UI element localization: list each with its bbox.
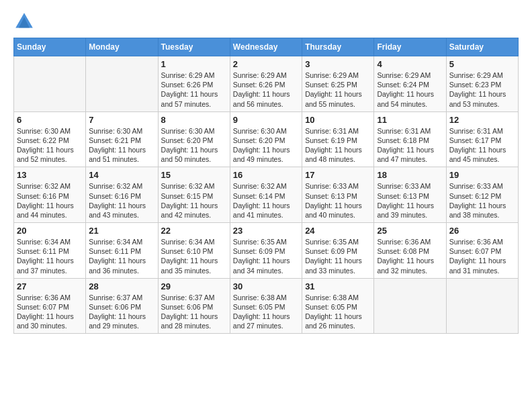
sunrise-text: Sunrise: 6:31 AM xyxy=(449,127,503,135)
sunrise-text: Sunrise: 6:32 AM xyxy=(161,182,215,190)
header-row: Sunday Monday Tuesday Wednesday Thursday… xyxy=(14,38,519,56)
day-number: 26 xyxy=(449,226,515,236)
daylight-text: Daylight: 11 hours and 38 minutes. xyxy=(449,201,506,219)
daylight-text: Daylight: 11 hours and 32 minutes. xyxy=(377,257,434,274)
sunrise-text: Sunrise: 6:29 AM xyxy=(305,71,359,79)
calendar-cell: 23Sunrise: 6:35 AMSunset: 6:09 PMDayligh… xyxy=(230,223,302,279)
daylight-text: Daylight: 11 hours and 50 minutes. xyxy=(161,146,218,163)
daylight-text: Daylight: 11 hours and 35 minutes. xyxy=(161,257,218,274)
sunrise-text: Sunrise: 6:32 AM xyxy=(89,182,142,190)
sunrise-text: Sunrise: 6:33 AM xyxy=(305,182,359,190)
sunset-text: Sunset: 6:07 PM xyxy=(17,303,69,311)
calendar-cell: 12Sunrise: 6:31 AMSunset: 6:17 PMDayligh… xyxy=(446,111,518,167)
sunset-text: Sunset: 6:06 PM xyxy=(89,303,141,311)
sunset-text: Sunset: 6:13 PM xyxy=(377,192,429,200)
day-number: 18 xyxy=(377,170,443,180)
day-number: 9 xyxy=(233,115,299,125)
day-info: Sunrise: 6:34 AMSunset: 6:10 PMDaylight:… xyxy=(161,237,227,275)
sunrise-text: Sunrise: 6:37 AM xyxy=(161,293,215,302)
day-info: Sunrise: 6:29 AMSunset: 6:26 PMDaylight:… xyxy=(161,71,227,109)
calendar-week-2: 13Sunrise: 6:32 AMSunset: 6:16 PMDayligh… xyxy=(14,167,519,223)
daylight-text: Daylight: 11 hours and 49 minutes. xyxy=(233,146,290,163)
day-info: Sunrise: 6:33 AMSunset: 6:13 PMDaylight:… xyxy=(377,181,443,220)
daylight-text: Daylight: 11 hours and 47 minutes. xyxy=(377,146,434,163)
sunset-text: Sunset: 6:18 PM xyxy=(377,136,429,144)
day-number: 14 xyxy=(89,170,154,180)
sunrise-text: Sunrise: 6:29 AM xyxy=(449,71,503,79)
day-number: 10 xyxy=(305,115,371,125)
calendar-body: 1Sunrise: 6:29 AMSunset: 6:26 PMDaylight… xyxy=(14,56,519,334)
daylight-text: Daylight: 11 hours and 30 minutes. xyxy=(17,312,74,330)
col-friday: Friday xyxy=(374,38,446,56)
calendar-cell: 11Sunrise: 6:31 AMSunset: 6:18 PMDayligh… xyxy=(374,111,446,167)
day-info: Sunrise: 6:30 AMSunset: 6:22 PMDaylight:… xyxy=(17,126,83,165)
day-number: 3 xyxy=(305,59,371,69)
daylight-text: Daylight: 11 hours and 41 minutes. xyxy=(233,201,290,219)
day-number: 22 xyxy=(161,226,227,236)
sunset-text: Sunset: 6:21 PM xyxy=(89,136,141,144)
day-info: Sunrise: 6:36 AMSunset: 6:08 PMDaylight:… xyxy=(377,237,443,275)
calendar-cell: 1Sunrise: 6:29 AMSunset: 6:26 PMDaylight… xyxy=(158,56,230,112)
day-info: Sunrise: 6:32 AMSunset: 6:16 PMDaylight:… xyxy=(17,181,83,220)
sunset-text: Sunset: 6:19 PM xyxy=(305,136,357,144)
calendar-cell: 4Sunrise: 6:29 AMSunset: 6:24 PMDaylight… xyxy=(374,56,446,112)
daylight-text: Daylight: 11 hours and 40 minutes. xyxy=(305,201,362,219)
day-info: Sunrise: 6:29 AMSunset: 6:26 PMDaylight:… xyxy=(233,71,299,109)
day-info: Sunrise: 6:31 AMSunset: 6:19 PMDaylight:… xyxy=(305,126,371,165)
day-number: 21 xyxy=(89,226,154,236)
sunset-text: Sunset: 6:17 PM xyxy=(449,136,502,144)
sunset-text: Sunset: 6:07 PM xyxy=(449,247,502,255)
col-sunday: Sunday xyxy=(14,38,86,56)
sunset-text: Sunset: 6:09 PM xyxy=(305,247,357,255)
sunset-text: Sunset: 6:14 PM xyxy=(233,192,285,200)
sunrise-text: Sunrise: 6:29 AM xyxy=(161,71,215,79)
calendar-week-1: 6Sunrise: 6:30 AMSunset: 6:22 PMDaylight… xyxy=(14,111,519,167)
sunset-text: Sunset: 6:16 PM xyxy=(89,192,141,200)
daylight-text: Daylight: 11 hours and 55 minutes. xyxy=(305,90,362,107)
sunrise-text: Sunrise: 6:38 AM xyxy=(233,293,287,302)
sunrise-text: Sunrise: 6:29 AM xyxy=(233,71,287,79)
day-number: 7 xyxy=(89,115,154,125)
day-info: Sunrise: 6:35 AMSunset: 6:09 PMDaylight:… xyxy=(233,237,299,275)
sunrise-text: Sunrise: 6:30 AM xyxy=(17,127,71,135)
sunrise-text: Sunrise: 6:33 AM xyxy=(449,182,503,190)
day-number: 20 xyxy=(17,226,83,236)
daylight-text: Daylight: 11 hours and 29 minutes. xyxy=(89,312,146,330)
day-number: 1 xyxy=(161,59,227,69)
calendar-cell: 31Sunrise: 6:38 AMSunset: 6:05 PMDayligh… xyxy=(302,278,374,334)
day-info: Sunrise: 6:33 AMSunset: 6:12 PMDaylight:… xyxy=(449,181,515,220)
sunrise-text: Sunrise: 6:36 AM xyxy=(449,238,503,246)
col-wednesday: Wednesday xyxy=(230,38,302,56)
calendar-header: Sunday Monday Tuesday Wednesday Thursday… xyxy=(14,38,519,56)
daylight-text: Daylight: 11 hours and 26 minutes. xyxy=(305,312,362,330)
sunrise-text: Sunrise: 6:35 AM xyxy=(305,238,359,246)
daylight-text: Daylight: 11 hours and 33 minutes. xyxy=(305,257,362,274)
calendar-table: Sunday Monday Tuesday Wednesday Thursday… xyxy=(13,38,519,334)
calendar-cell xyxy=(446,278,518,334)
daylight-text: Daylight: 11 hours and 27 minutes. xyxy=(233,312,290,330)
calendar-cell: 14Sunrise: 6:32 AMSunset: 6:16 PMDayligh… xyxy=(86,167,158,223)
day-number: 19 xyxy=(449,170,515,180)
calendar-cell: 9Sunrise: 6:30 AMSunset: 6:20 PMDaylight… xyxy=(230,111,302,167)
sunset-text: Sunset: 6:24 PM xyxy=(377,81,429,89)
daylight-text: Daylight: 11 hours and 57 minutes. xyxy=(161,90,218,107)
calendar-cell: 16Sunrise: 6:32 AMSunset: 6:14 PMDayligh… xyxy=(230,167,302,223)
sunrise-text: Sunrise: 6:30 AM xyxy=(233,127,287,135)
day-number: 11 xyxy=(377,115,443,125)
daylight-text: Daylight: 11 hours and 45 minutes. xyxy=(449,146,506,163)
sunset-text: Sunset: 6:11 PM xyxy=(89,247,141,255)
day-number: 12 xyxy=(449,115,515,125)
sunrise-text: Sunrise: 6:31 AM xyxy=(305,127,359,135)
sunset-text: Sunset: 6:09 PM xyxy=(233,247,285,255)
day-number: 13 xyxy=(17,170,83,180)
col-saturday: Saturday xyxy=(446,38,518,56)
sunrise-text: Sunrise: 6:34 AM xyxy=(161,238,215,246)
calendar-cell xyxy=(14,56,86,112)
day-info: Sunrise: 6:31 AMSunset: 6:17 PMDaylight:… xyxy=(449,126,515,165)
day-number: 29 xyxy=(161,281,227,291)
day-number: 16 xyxy=(233,170,299,180)
day-number: 8 xyxy=(161,115,227,125)
day-info: Sunrise: 6:38 AMSunset: 6:05 PMDaylight:… xyxy=(305,293,371,331)
sunrise-text: Sunrise: 6:37 AM xyxy=(89,293,142,302)
day-info: Sunrise: 6:32 AMSunset: 6:16 PMDaylight:… xyxy=(89,181,154,220)
